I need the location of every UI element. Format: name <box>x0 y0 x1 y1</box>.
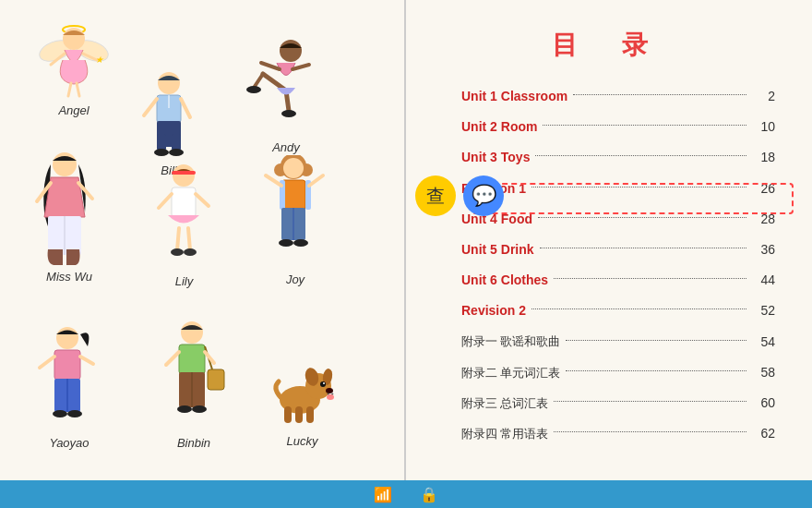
toc-dots <box>573 94 746 95</box>
toc-item: Unit 1 Classroom2 <box>406 81 812 112</box>
svg-line-57 <box>80 357 93 364</box>
toc-label: 附录三 总词汇表 <box>461 393 548 414</box>
toc-item: Unit 3 Toys18 <box>406 142 812 173</box>
svg-line-13 <box>181 99 190 117</box>
toc-dots <box>566 340 746 341</box>
toc-dots <box>538 217 746 218</box>
search-button[interactable]: 查 <box>415 175 456 216</box>
svg-point-79 <box>327 394 334 400</box>
toc-title: 目 录 <box>406 28 812 63</box>
overlay-buttons: 查 💬 <box>415 175 504 305</box>
toc-dots <box>535 155 746 156</box>
svg-line-36 <box>196 194 209 206</box>
toc-label: Unit 3 Toys <box>461 146 530 169</box>
svg-rect-81 <box>295 406 303 423</box>
svg-point-18 <box>169 149 184 156</box>
toc-page: 10 <box>752 115 775 139</box>
svg-rect-55 <box>54 350 80 380</box>
svg-point-17 <box>154 149 169 156</box>
lock-icon: 🔒 <box>420 486 438 503</box>
toc-dots <box>543 125 746 126</box>
toc-dots <box>554 431 746 432</box>
svg-rect-33 <box>172 171 196 175</box>
right-page: 目 录 Unit 1 Classroom2Unit 2 Room10Unit 3… <box>406 0 812 508</box>
svg-point-62 <box>181 321 203 344</box>
svg-rect-65 <box>208 369 224 390</box>
svg-point-71 <box>192 405 207 413</box>
svg-rect-34 <box>172 187 196 217</box>
toc-page: 60 <box>752 392 775 415</box>
toc-page: 36 <box>752 238 775 261</box>
svg-line-66 <box>166 352 179 365</box>
character-lily: Lily <box>149 162 219 288</box>
toc-page: 2 <box>752 85 775 108</box>
svg-point-70 <box>177 405 192 413</box>
svg-point-77 <box>323 382 325 384</box>
toc-page: 62 <box>752 422 775 445</box>
toc-page: 54 <box>752 331 775 354</box>
svg-point-53 <box>293 239 308 247</box>
svg-line-49 <box>309 175 323 186</box>
svg-line-35 <box>159 194 172 208</box>
toc-page: 44 <box>752 269 775 292</box>
character-miss-wu: Miss Wu <box>28 148 111 284</box>
svg-rect-15 <box>157 134 166 151</box>
toc-label: 附录二 单元词汇表 <box>461 362 560 383</box>
svg-point-61 <box>67 410 82 417</box>
toc-dots <box>531 308 746 309</box>
svg-point-32 <box>173 164 195 187</box>
character-yaoyao: Yaoyao <box>32 323 106 450</box>
toc-page: 26 <box>752 177 775 200</box>
svg-line-12 <box>144 99 157 115</box>
toc-dots <box>554 278 746 279</box>
svg-line-21 <box>254 74 263 88</box>
character-lucky: Lucky <box>268 349 337 448</box>
left-page: ★ Angel Bill <box>0 0 406 508</box>
toc-page: 18 <box>752 146 775 169</box>
toc-item: 附录一 歌谣和歌曲54 <box>406 327 812 357</box>
toc-item: 附录三 总词汇表60 <box>406 388 812 418</box>
toc-dots <box>566 370 746 371</box>
svg-point-25 <box>246 86 261 93</box>
svg-point-78 <box>326 388 333 393</box>
svg-point-26 <box>281 110 296 117</box>
svg-point-39 <box>171 248 184 256</box>
svg-point-44 <box>283 158 304 178</box>
svg-line-48 <box>266 175 281 186</box>
svg-rect-82 <box>306 406 314 423</box>
svg-line-8 <box>77 83 79 96</box>
toc-dots <box>540 248 746 248</box>
toc-label: 附录四 常用语表 <box>461 423 548 444</box>
svg-line-37 <box>177 228 179 250</box>
svg-line-7 <box>68 83 71 96</box>
svg-point-19 <box>280 40 302 62</box>
svg-rect-16 <box>172 134 181 151</box>
svg-line-38 <box>188 228 190 250</box>
svg-point-60 <box>53 410 67 417</box>
svg-point-76 <box>320 381 326 387</box>
toc-page: 28 <box>752 208 775 231</box>
svg-point-40 <box>184 248 197 256</box>
wifi-icon: 📶 <box>374 486 392 503</box>
svg-line-24 <box>293 65 309 69</box>
svg-text:★: ★ <box>95 54 104 65</box>
toc-item: 附录四 常用语表62 <box>406 418 812 449</box>
toc-item: 附录二 单元词汇表58 <box>406 357 812 388</box>
toc-page: 58 <box>752 361 775 384</box>
toc-dots <box>531 187 746 187</box>
character-andy: Andy <box>245 37 328 154</box>
character-angel: ★ Angel <box>37 18 111 117</box>
toc-label: Unit 2 Room <box>461 115 537 139</box>
chat-button[interactable]: 💬 <box>463 175 504 216</box>
svg-rect-63 <box>179 345 205 374</box>
toc-page: 52 <box>752 299 775 322</box>
toc-dots <box>554 401 746 402</box>
svg-line-56 <box>40 357 54 368</box>
character-binbin: Binbin <box>157 319 231 450</box>
svg-point-27 <box>53 152 77 176</box>
character-joy: Joy <box>258 155 332 286</box>
toc-item: Unit 2 Room10 <box>406 112 812 142</box>
bottom-bar: 📶 🔒 <box>0 480 812 508</box>
svg-point-52 <box>279 239 293 247</box>
svg-point-9 <box>158 72 180 94</box>
